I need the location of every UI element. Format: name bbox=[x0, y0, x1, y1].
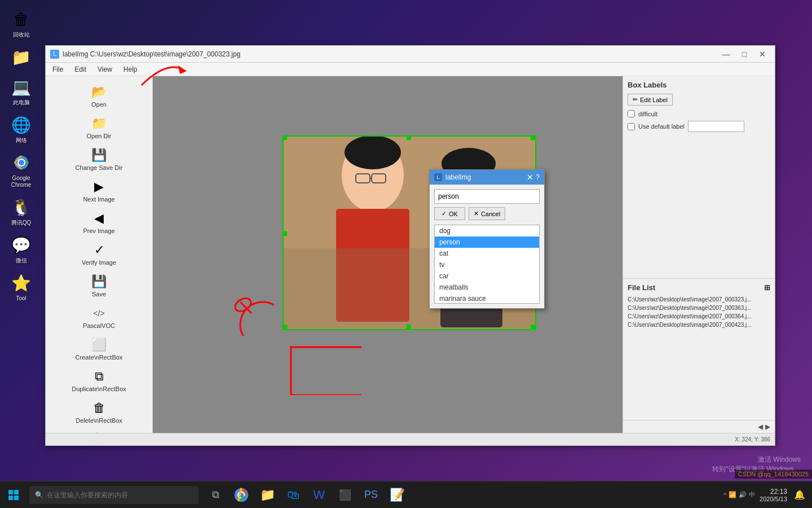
open-dir-label: Open Dir bbox=[86, 133, 111, 139]
svg-rect-21 bbox=[283, 325, 287, 329]
svg-rect-19 bbox=[283, 231, 287, 236]
default-label-input[interactable] bbox=[688, 121, 744, 132]
prev-image-button[interactable]: ◀ Prev Image bbox=[54, 207, 144, 237]
svg-point-2 bbox=[19, 160, 24, 165]
label-list[interactable]: dog person cat tv car meatballs marinara… bbox=[434, 225, 540, 304]
svg-rect-23 bbox=[531, 325, 535, 329]
use-default-label-text: Use default label bbox=[638, 123, 685, 130]
explorer-icon: 📁 bbox=[260, 488, 275, 502]
change-save-dir-button[interactable]: 💾 Change Save Dir bbox=[54, 144, 144, 173]
file-list-item-1[interactable]: C:\Users\wz\Desktop\test\image\2007_0003… bbox=[628, 295, 770, 304]
verify-image-button[interactable]: ✓ Verify Image bbox=[54, 239, 144, 268]
use-default-label-row: Use default label bbox=[628, 121, 770, 132]
desktop-icon-qq[interactable]: 🐧 腾讯QQ bbox=[2, 194, 41, 229]
next-image-icon: ▶ bbox=[90, 178, 108, 196]
menu-view[interactable]: View bbox=[95, 65, 114, 73]
desktop: 🗑 回收站 📁 💻 此电脑 🌐 网络 bbox=[0, 0, 812, 508]
svg-rect-22 bbox=[407, 325, 411, 329]
word-icon: W bbox=[314, 488, 325, 502]
label-input[interactable] bbox=[434, 189, 540, 204]
cancel-x-icon: ✕ bbox=[474, 210, 479, 217]
file-list-item-2[interactable]: C:\Users\wz\Desktop\test\image\2007_0003… bbox=[628, 304, 770, 312]
delete-rect-box-button[interactable]: 🗑 Delete\nRectBox bbox=[54, 397, 144, 426]
titlebar: L labelImg C:\Users\wz\Desktop\test\imag… bbox=[46, 46, 775, 63]
taskbar-cmd-button[interactable]: ⬛ bbox=[333, 483, 358, 507]
verify-image-icon: ✓ bbox=[90, 241, 108, 259]
zoom-in-button[interactable]: 🔍 Zoom In bbox=[54, 428, 144, 433]
task-view-icon: ⧉ bbox=[212, 489, 219, 501]
create-rect-box-button[interactable]: ⬜ Create\nRectBox bbox=[54, 334, 144, 363]
duplicate-rect-box-button[interactable]: ⧉ Duplicate\nRectBox bbox=[54, 365, 144, 395]
tray-chevron[interactable]: ^ bbox=[723, 492, 726, 498]
list-item-meatballs[interactable]: meatballs bbox=[435, 282, 539, 293]
start-button[interactable] bbox=[0, 481, 27, 509]
menu-file[interactable]: File bbox=[50, 65, 65, 73]
task-view-button[interactable]: ⧉ bbox=[203, 483, 228, 507]
folder-icon: 📁 bbox=[10, 46, 33, 68]
window-controls: — □ ✕ bbox=[718, 48, 770, 60]
prev-image-label: Prev Image bbox=[83, 227, 114, 234]
taskbar-powershell-button[interactable]: PS bbox=[359, 483, 383, 507]
dialog-close-button[interactable]: ✕ bbox=[527, 173, 533, 182]
file-list-item-3[interactable]: C:\Users\wz\Desktop\test\image\2007_0003… bbox=[628, 312, 770, 321]
svg-rect-17 bbox=[407, 135, 411, 140]
csdn-badge: CSDN @qq_1418430025 bbox=[735, 470, 812, 479]
menu-edit[interactable]: Edit bbox=[72, 65, 89, 73]
pascal-voc-button[interactable]: </> PascalVOC bbox=[54, 302, 144, 331]
desktop-icon-recycle-bin[interactable]: 🗑 回收站 bbox=[2, 6, 41, 41]
open-dir-button[interactable]: 📁 Open Dir bbox=[54, 112, 144, 142]
minimize-button[interactable]: — bbox=[718, 48, 734, 60]
taskbar-store-button[interactable]: 🛍 bbox=[281, 483, 306, 507]
file-list-panel: File List ⊞ C:\Users\wz\Desktop\test\ima… bbox=[623, 279, 775, 420]
pascal-voc-icon: </> bbox=[90, 304, 108, 322]
desktop-icon-folder[interactable]: 📁 bbox=[2, 43, 41, 71]
search-input[interactable] bbox=[47, 491, 182, 499]
next-image-button[interactable]: ▶ Next Image bbox=[54, 176, 144, 205]
notes-icon: 📝 bbox=[390, 488, 405, 502]
save-button[interactable]: 💾 Save bbox=[54, 270, 144, 300]
list-item-person[interactable]: person bbox=[435, 237, 539, 248]
ok-button[interactable]: ✓ OK bbox=[434, 207, 465, 220]
file-list-item-4[interactable]: C:\Users\wz\Desktop\test\image\2007_0004… bbox=[628, 321, 770, 329]
qq-label: 腾讯QQ bbox=[11, 220, 32, 226]
list-item-cat[interactable]: cat bbox=[435, 248, 539, 259]
list-item-car[interactable]: car bbox=[435, 270, 539, 282]
desktop-icon-computer[interactable]: 💻 此电脑 bbox=[2, 73, 41, 108]
taskbar-word-button[interactable]: W bbox=[307, 483, 332, 507]
taskbar-notes-button[interactable]: 📝 bbox=[385, 483, 409, 507]
open-button[interactable]: 📂 Open bbox=[54, 81, 144, 110]
difficult-checkbox[interactable] bbox=[628, 110, 635, 117]
cancel-button[interactable]: ✕ Cancel bbox=[469, 207, 505, 220]
taskbar-explorer-button[interactable]: 📁 bbox=[255, 483, 280, 507]
chrome-label: Google Chrome bbox=[4, 175, 39, 189]
taskbar-pinned-icons: ⧉ 📁 🛍 W ⬛ bbox=[203, 483, 409, 507]
prev-image-icon: ◀ bbox=[90, 209, 108, 227]
taskbar-chrome-button[interactable] bbox=[229, 483, 254, 507]
box-labels-panel: Box Labels ✏ Edit Label difficult bbox=[623, 76, 775, 279]
use-default-label-checkbox[interactable] bbox=[628, 123, 635, 130]
pascal-voc-label: PascalVOC bbox=[83, 322, 115, 329]
desktop-icon-wechat[interactable]: 💬 微信 bbox=[2, 231, 41, 266]
desktop-icon-chrome[interactable]: Google Chrome bbox=[2, 149, 41, 191]
desktop-icon-tool[interactable]: ⭐ Tool bbox=[2, 269, 41, 304]
list-item-marinara-sauce[interactable]: marinara sauce bbox=[435, 293, 539, 304]
canvas-area[interactable]: L labelImg ✕ ? ✓ OK ✕ bbox=[153, 76, 623, 433]
close-button[interactable]: ✕ bbox=[754, 48, 770, 60]
save-icon: 💾 bbox=[90, 273, 108, 291]
clock-label: 中 bbox=[749, 491, 755, 499]
nav-left-arrow[interactable]: ◀ bbox=[758, 423, 763, 431]
nav-right-arrow[interactable]: ▶ bbox=[765, 423, 770, 431]
maximize-button[interactable]: □ bbox=[736, 48, 752, 60]
edit-label-button[interactable]: ✏ Edit Label bbox=[628, 94, 673, 106]
desktop-icon-network[interactable]: 🌐 网络 bbox=[2, 111, 41, 146]
tray-time: 22:13 bbox=[760, 488, 787, 496]
recycle-bin-label: 回收站 bbox=[13, 32, 30, 38]
taskbar-search[interactable]: 🔍 bbox=[29, 486, 198, 504]
open-label: Open bbox=[91, 101, 107, 108]
dialog-help-button[interactable]: ? bbox=[536, 173, 540, 181]
menu-help[interactable]: Help bbox=[121, 65, 140, 73]
notifications-button[interactable]: 🔔 bbox=[794, 489, 805, 500]
list-item-dog[interactable]: dog bbox=[435, 225, 539, 237]
edit-icon: ✏ bbox=[633, 96, 638, 103]
list-item-tv[interactable]: tv bbox=[435, 259, 539, 270]
